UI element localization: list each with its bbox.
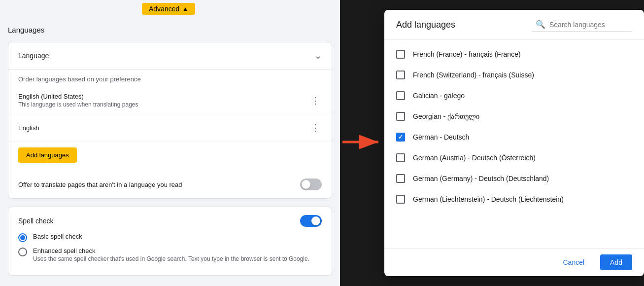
add-button[interactable]: Add: [600, 254, 632, 270]
list-item[interactable]: Galician - galego: [384, 85, 644, 106]
checkbox-georgian[interactable]: [396, 112, 405, 121]
checkbox-german[interactable]: [396, 133, 405, 142]
language-info-english: English: [18, 124, 39, 132]
chevron-up-icon: ▲: [182, 5, 188, 12]
right-panel: Add languages 🔍 French (France) - frança…: [340, 0, 644, 286]
advanced-button-label: Advanced: [149, 5, 179, 13]
search-icon: 🔍: [536, 20, 545, 29]
translate-label: Offer to translate pages that aren't in …: [18, 181, 182, 188]
list-item[interactable]: German (Austria) - Deutsch (Österreich): [384, 147, 644, 168]
enhanced-spell-label-group: Enhanced spell check Uses the same spell…: [33, 247, 309, 262]
translate-toggle[interactable]: [300, 179, 322, 190]
add-languages-modal: Add languages 🔍 French (France) - frança…: [384, 10, 644, 276]
advanced-button[interactable]: Advanced ▲: [142, 3, 195, 15]
lang-label-german: German - Deutsch: [413, 133, 469, 141]
language-row-english: English ⋮: [8, 114, 332, 142]
lang-label-german-austria: German (Austria) - Deutsch (Österreich): [413, 154, 536, 162]
spell-check-header: Spell check: [18, 215, 322, 227]
translate-row: Offer to translate pages that aren't in …: [8, 171, 332, 198]
basic-spell-label-group: Basic spell check: [33, 233, 82, 240]
modal-header: Add languages 🔍: [384, 10, 644, 40]
list-item[interactable]: German (Liechtenstein) - Deutsch (Liecht…: [384, 189, 644, 210]
spell-check-title: Spell check: [18, 217, 54, 225]
enhanced-spell-radio[interactable]: [18, 248, 27, 256]
lang-name-english: English: [18, 124, 39, 132]
basic-spell-radio[interactable]: [18, 233, 27, 242]
cancel-button[interactable]: Cancel: [553, 254, 594, 270]
lang-label-german-liechtenstein: German (Liechtenstein) - Deutsch (Liecht…: [413, 195, 564, 203]
lang-label-galician: Galician - galego: [413, 92, 465, 100]
basic-spell-label: Basic spell check: [33, 233, 82, 240]
lang-desc-english-us: This language is used when translating p…: [18, 101, 138, 108]
list-item[interactable]: French (Switzerland) - français (Suisse): [384, 65, 644, 85]
language-card-header: Language ⌄: [8, 42, 332, 70]
order-subtitle: Order languages based on your preference: [8, 70, 332, 87]
languages-section: Languages Language ⌄ Order languages bas…: [0, 22, 340, 286]
basic-spell-row[interactable]: Basic spell check: [18, 233, 322, 242]
list-item[interactable]: German - Deutsch: [384, 127, 644, 147]
lang-label-georgian: Georgian - ქართული: [413, 112, 479, 120]
checkbox-french-swiss[interactable]: [396, 71, 405, 79]
languages-heading: Languages: [8, 22, 332, 38]
left-panel: Advanced ▲ Languages Language ⌄ Order la…: [0, 0, 340, 286]
language-list: French (France) - français (France) Fren…: [384, 40, 644, 248]
list-item[interactable]: French (France) - français (France): [384, 44, 644, 65]
list-item[interactable]: German (Germany) - Deutsch (Deutschland): [384, 168, 644, 189]
lang-name-english-us: English (United States): [18, 93, 138, 100]
checkbox-german-germany[interactable]: [396, 174, 405, 183]
lang-label-french-france: French (France) - français (France): [413, 50, 521, 58]
checkbox-german-liechtenstein[interactable]: [396, 195, 405, 204]
enhanced-spell-label: Enhanced spell check: [33, 247, 309, 254]
enhanced-spell-row[interactable]: Enhanced spell check Uses the same spell…: [18, 247, 322, 262]
enhanced-spell-desc: Uses the same spell checker that's used …: [33, 255, 309, 262]
modal-title: Add languages: [396, 20, 455, 30]
add-languages-button[interactable]: Add languages: [18, 147, 77, 163]
language-info-english-us: English (United States) This language is…: [18, 93, 138, 108]
lang-label-french-swiss: French (Switzerland) - français (Suisse): [413, 71, 534, 79]
more-options-english[interactable]: ⋮: [309, 120, 322, 135]
spell-check-toggle[interactable]: [300, 215, 322, 227]
checkbox-german-austria[interactable]: [396, 153, 405, 162]
checkbox-galician[interactable]: [396, 91, 405, 100]
language-card: Language ⌄ Order languages based on your…: [8, 42, 332, 199]
more-options-english-us[interactable]: ⋮: [309, 93, 322, 108]
basic-spell-radio-inner: [20, 235, 25, 240]
language-row-english-us: English (United States) This language is…: [8, 87, 332, 114]
collapse-icon[interactable]: ⌄: [314, 50, 322, 61]
search-box[interactable]: 🔍: [532, 18, 632, 32]
lang-label-german-germany: German (Germany) - Deutsch (Deutschland): [413, 175, 549, 182]
add-languages-label: Add languages: [26, 151, 69, 159]
list-item[interactable]: Georgian - ქართული: [384, 106, 644, 127]
search-input[interactable]: [549, 21, 628, 29]
modal-footer: Cancel Add: [384, 248, 644, 276]
language-card-title: Language: [18, 52, 49, 60]
arrow-indicator: [340, 132, 384, 154]
checkbox-french-france[interactable]: [396, 50, 405, 59]
spell-check-section: Spell check Basic spell check Enhanced s…: [8, 207, 332, 276]
